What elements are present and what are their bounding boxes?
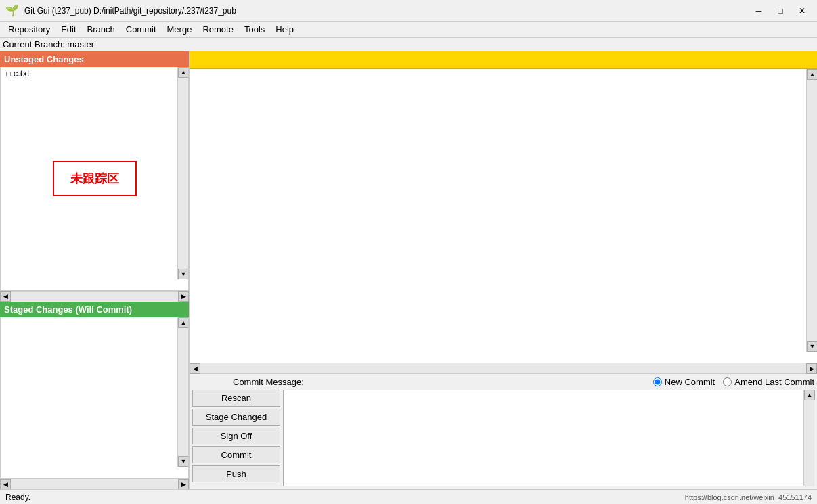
diff-hscroll-left[interactable]: ◀ [190, 363, 200, 374]
maximize-button[interactable]: □ [771, 4, 790, 18]
window-controls: ─ □ ✕ [749, 4, 812, 18]
staged-hscroll-right[interactable]: ▶ [178, 479, 189, 490]
amend-commit-radio[interactable] [723, 377, 732, 386]
unstaged-header: Unstaged Changes [0, 51, 189, 67]
staged-scroll-up[interactable]: ▲ [178, 317, 189, 328]
left-panel: Unstaged Changes □ c.txt 未跟踪区 ▲ ▼ ◀ ▶ [0, 51, 190, 489]
commit-button[interactable]: Commit [192, 446, 280, 463]
action-buttons: Rescan Stage Changed Sign Off Commit Pus… [192, 390, 280, 486]
menu-bar: RepositoryEditBranchCommitMergeRemoteToo… [0, 22, 817, 38]
app-icon: 🌱 [5, 4, 19, 18]
menu-item-merge[interactable]: Merge [162, 23, 198, 36]
commit-options: New Commit Amend Last Commit [653, 377, 814, 387]
sign-off-button[interactable]: Sign Off [192, 428, 280, 444]
commit-area: Commit Message: New Commit Amend Last Co… [190, 373, 817, 489]
right-panel: ▲ ▼ ◀ ▶ Commit Message: New Commit [190, 51, 817, 489]
diff-body[interactable]: ▲ ▼ [190, 69, 817, 363]
commit-message-label: Commit Message: [233, 377, 304, 387]
staged-section: Staged Changes (Will Commit) ▲ ▼ ◀ ▶ [0, 302, 189, 489]
new-commit-radio[interactable] [653, 377, 662, 386]
untracked-label: 未跟踪区 [53, 161, 137, 196]
hscroll-left-arrow[interactable]: ◀ [0, 291, 11, 302]
stage-changed-button[interactable]: Stage Changed [192, 409, 280, 426]
staged-scroll-down[interactable]: ▼ [178, 456, 189, 467]
vscroll-textarea[interactable]: ▲ [803, 390, 814, 486]
file-icon: □ [6, 70, 11, 78]
menu-item-edit[interactable]: Edit [56, 23, 81, 36]
amend-commit-option[interactable]: Amend Last Commit [723, 377, 814, 387]
scroll-up-arrow[interactable]: ▲ [178, 67, 189, 78]
staged-hscroll-left[interactable]: ◀ [0, 479, 11, 490]
menu-item-tools[interactable]: Tools [239, 23, 270, 36]
menu-item-commit[interactable]: Commit [120, 23, 162, 36]
staged-file-list[interactable]: ▲ ▼ [0, 317, 189, 478]
status-text: Ready. [5, 492, 30, 502]
vscroll-diff[interactable]: ▲ ▼ [806, 69, 817, 352]
commit-body: Rescan Stage Changed Sign Off Commit Pus… [192, 390, 814, 486]
hscroll-staged[interactable]: ◀ ▶ [0, 478, 189, 489]
file-item-ctxt[interactable]: □ c.txt [1, 67, 188, 80]
status-bar: Ready. https://blog.csdn.net/weixin_4515… [0, 489, 817, 504]
branch-bar: Current Branch: master [0, 38, 817, 51]
scroll-down-arrow[interactable]: ▼ [178, 269, 189, 279]
vscroll-staged[interactable]: ▲ ▼ [177, 317, 188, 467]
vscroll-unstaged[interactable]: ▲ ▼ [177, 67, 188, 279]
new-commit-label: New Commit [665, 377, 715, 387]
staged-header: Staged Changes (Will Commit) [0, 302, 189, 317]
textarea-scroll-up[interactable]: ▲ [804, 390, 815, 400]
menu-item-remote[interactable]: Remote [197, 23, 239, 36]
rescan-button[interactable]: Rescan [192, 390, 280, 407]
diff-scroll-up[interactable]: ▲ [807, 69, 817, 80]
commit-message-textarea[interactable] [283, 390, 814, 486]
diff-container: ▲ ▼ ◀ ▶ [190, 51, 817, 373]
file-name: c.txt [14, 68, 30, 78]
menu-item-repository[interactable]: Repository [3, 23, 56, 36]
new-commit-option[interactable]: New Commit [653, 377, 715, 387]
title-bar: 🌱 Git Gui (t237_pub) D:/initPath/git_rep… [0, 0, 817, 22]
hscroll-diff[interactable]: ◀ ▶ [190, 363, 817, 373]
amend-commit-label: Amend Last Commit [734, 377, 814, 387]
main-content: Unstaged Changes □ c.txt 未跟踪区 ▲ ▼ ◀ ▶ [0, 51, 817, 489]
commit-message-row: Commit Message: New Commit Amend Last Co… [192, 377, 814, 387]
hscroll-unstaged[interactable]: ◀ ▶ [0, 291, 189, 302]
status-url: https://blog.csdn.net/weixin_45151174 [685, 493, 812, 501]
menu-item-help[interactable]: Help [270, 23, 299, 36]
close-button[interactable]: ✕ [793, 4, 812, 18]
minimize-button[interactable]: ─ [749, 4, 768, 18]
diff-header-bar [190, 51, 817, 69]
push-button[interactable]: Push [192, 465, 280, 482]
unstaged-section: Unstaged Changes □ c.txt 未跟踪区 ▲ ▼ ◀ ▶ [0, 51, 189, 302]
diff-hscroll-right[interactable]: ▶ [806, 363, 817, 374]
commit-textarea-container: ▲ [283, 390, 814, 486]
window-title: Git Gui (t237_pub) D:/initPath/git_repos… [24, 6, 749, 16]
hscroll-right-arrow[interactable]: ▶ [178, 291, 189, 302]
unstaged-file-list[interactable]: □ c.txt 未跟踪区 ▲ ▼ [0, 67, 189, 291]
menu-item-branch[interactable]: Branch [82, 23, 120, 36]
diff-scroll-down[interactable]: ▼ [807, 341, 817, 352]
